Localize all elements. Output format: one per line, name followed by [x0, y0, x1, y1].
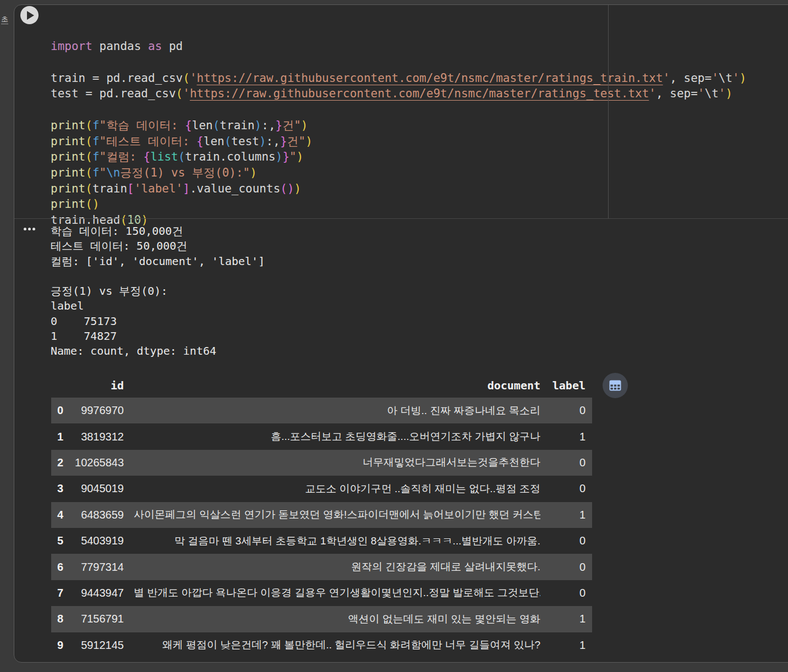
cell-document: 너무재밓었다그래서보는것을추천한다	[124, 455, 540, 470]
table-row: 46483659사이몬페그의 익살스런 연기가 돋보였던 영화!스파이더맨에서 …	[51, 502, 592, 528]
play-icon	[27, 11, 34, 20]
cell-id: 9443947	[74, 587, 124, 599]
cell-document: 왜케 평점이 낮은건데? 꽤 볼만한데.. 헐리우드식 화려함에만 너무 길들여…	[124, 638, 540, 652]
table-row: 67797314원작의 긴장감을 제대로 살려내지못했다.0	[51, 554, 592, 580]
cell-label: 0	[540, 561, 592, 574]
code-line	[51, 54, 782, 70]
cell-document: 흠...포스터보고 초딩영화줄....오버연기조차 가볍지 않구나	[124, 429, 540, 444]
table-grid-icon	[608, 378, 622, 393]
cell-document: 원작의 긴장감을 제대로 살려내지못했다.	[124, 560, 540, 574]
notebook-page: 초 import pandas as pd train = pd.read_cs…	[0, 0, 788, 672]
cell-document: 아 더빙.. 진짜 짜증나네요 목소리	[124, 404, 540, 418]
table-row: 13819312흠...포스터보고 초딩영화줄....오버연기조차 가볍지 않구…	[51, 423, 592, 449]
code-line	[51, 102, 782, 118]
table-row: 55403919막 걸음마 뗀 3세부터 초등학교 1학년생인 8살용영화.ㅋㅋ…	[51, 528, 592, 554]
code-editor[interactable]: import pandas as pd train = pd.read_csv(…	[51, 7, 782, 260]
table-row: 39045019교도소 이야기구먼 ..솔직히 재미는 없다..평점 조정0	[51, 476, 592, 502]
cell-id: 10265843	[74, 456, 124, 469]
editor-ruler	[608, 5, 609, 218]
cell-document: 막 걸음마 뗀 3세부터 초등학교 1학년생인 8살용영화.ㅋㅋㅋ...별반개도…	[124, 534, 540, 548]
code-lines: import pandas as pd train = pd.read_csv(…	[51, 38, 782, 228]
table-row: 87156791액션이 없는데도 재미 있는 몇안되는 영화1	[51, 606, 592, 632]
cell-id: 9045019	[74, 482, 124, 495]
cell-label: 0	[540, 482, 592, 495]
cell-id: 7797314	[74, 561, 124, 574]
cell-document: 사이몬페그의 익살스런 연기가 돋보였던 영화!스파이더맨에서 늙어보이기만 했…	[124, 508, 540, 522]
code-line: print(f"테스트 데이터: {len(test):,}건")	[51, 134, 782, 150]
row-index: 1	[51, 431, 74, 443]
execution-time-label: 초	[1, 14, 8, 24]
cell-label: 0	[540, 535, 592, 547]
row-index: 6	[51, 561, 74, 574]
row-index: 3	[51, 482, 74, 495]
cell-document: 별 반개도 아깝다 욕나온다 이응경 길용우 연기생활이몇년인지..정말 발로해…	[124, 586, 540, 600]
dataframe-body: 09976970아 더빙.. 진짜 짜증나네요 목소리013819312흠...…	[51, 398, 592, 658]
row-index: 4	[51, 509, 74, 521]
column-header-label: label	[540, 379, 592, 392]
code-line: print()	[51, 196, 782, 212]
cell-id: 7156791	[74, 613, 124, 625]
cell-id: 3819312	[74, 431, 124, 443]
cell-label: 1	[540, 639, 592, 652]
column-header-document: document	[124, 379, 540, 392]
cell-id: 5403919	[74, 535, 124, 547]
table-row: 210265843너무재밓었다그래서보는것을추천한다0	[51, 450, 592, 476]
ellipsis-icon	[24, 228, 35, 230]
cell-document: 액션이 없는데도 재미 있는 몇안되는 영화	[124, 612, 540, 626]
interactive-table-button[interactable]	[603, 373, 628, 398]
cell-label: 1	[540, 613, 592, 625]
code-line: print(f"컬럼: {list(train.columns)}")	[51, 149, 782, 165]
code-line: print(f"\n긍정(1) vs 부정(0):")	[51, 165, 782, 181]
column-header-id: id	[74, 379, 124, 392]
table-row: 79443947별 반개도 아깝다 욕나온다 이응경 길용우 연기생활이몇년인지…	[51, 580, 592, 606]
code-line: train = pd.read_csv('https://raw.githubu…	[51, 70, 782, 86]
row-index: 5	[51, 535, 74, 547]
code-line: import pandas as pd	[51, 38, 782, 54]
table-row: 95912145왜케 평점이 낮은건데? 꽤 볼만한데.. 헐리우드식 화려함에…	[51, 632, 592, 658]
cell-label: 0	[540, 587, 592, 599]
row-index: 8	[51, 613, 74, 625]
cell-label: 0	[540, 404, 592, 417]
cell-document: 교도소 이야기구먼 ..솔직히 재미는 없다..평점 조정	[124, 482, 540, 496]
cell-id: 9976970	[74, 404, 124, 417]
row-index: 9	[51, 639, 74, 652]
row-index: 0	[51, 404, 74, 417]
code-line: print(f"학습 데이터: {len(train):,}건")	[51, 118, 782, 134]
cell-output-divider	[14, 218, 788, 219]
code-line: print(train['label'].value_counts())	[51, 181, 782, 197]
cell-label: 1	[540, 431, 592, 443]
cell-id: 6483659	[74, 509, 124, 521]
code-line: test = pd.read_csv('https://raw.githubus…	[51, 86, 782, 102]
dataframe-header: iddocumentlabel	[51, 373, 592, 398]
row-index: 2	[51, 456, 74, 469]
cell-label: 1	[540, 509, 592, 521]
stdout-text: 학습 데이터: 150,000건 테스트 데이터: 50,000건 컬럼: ['…	[51, 224, 265, 359]
table-row: 09976970아 더빙.. 진짜 짜증나네요 목소리0	[51, 398, 592, 423]
run-button[interactable]	[20, 6, 39, 24]
cell-id: 5912145	[74, 639, 124, 652]
row-index: 7	[51, 587, 74, 599]
cell-label: 0	[540, 456, 592, 469]
